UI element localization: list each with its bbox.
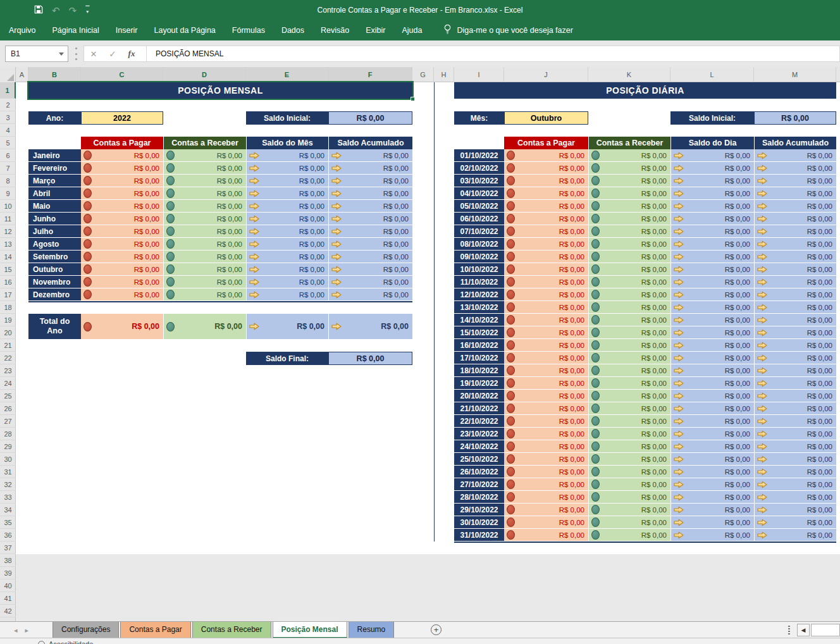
cell[interactable]: R$ 0,00 [504, 251, 588, 263]
cell[interactable]: R$ 0,00 [504, 440, 588, 453]
cell[interactable]: R$ 0,00 [670, 428, 754, 440]
cell[interactable]: R$ 0,00 [163, 213, 246, 225]
cell[interactable]: R$ 0,00 [328, 238, 412, 251]
cell[interactable]: R$ 0,00 [504, 453, 588, 466]
tab-scroll-splitter[interactable] [788, 626, 791, 635]
year-label-cell[interactable]: Ano: [28, 111, 81, 125]
cell[interactable]: R$ 0,00 [588, 364, 670, 377]
row-header-21[interactable]: 21 [0, 339, 16, 352]
cell[interactable]: R$ 0,00 [588, 238, 670, 251]
sheet-nav-left-icon[interactable]: ◂ [14, 626, 18, 635]
cell[interactable]: R$ 0,00 [163, 149, 246, 162]
cell[interactable]: R$ 0,00 [670, 453, 754, 466]
table-column-header[interactable]: Saldo Acumulado [754, 137, 836, 150]
ribbon-tab-arquivo[interactable]: Arquivo [9, 26, 35, 35]
cell[interactable]: R$ 0,00 [670, 466, 754, 478]
cell[interactable]: R$ 0,00 [81, 149, 163, 162]
row-header-13[interactable]: 13 [0, 238, 16, 251]
cell[interactable]: R$ 0,00 [588, 162, 670, 175]
row-label-cell[interactable]: Janeiro [28, 149, 81, 162]
row-header-37[interactable]: 37 [0, 542, 16, 554]
row-label-cell[interactable]: 14/10/2022 [454, 314, 504, 326]
row-header-19[interactable]: 19 [0, 314, 16, 326]
saldo-inicial-label-cell[interactable]: Saldo Inicial: [246, 111, 328, 125]
cell[interactable]: R$ 0,00 [588, 466, 670, 478]
cell[interactable]: R$ 0,00 [246, 200, 328, 213]
sheet-tab-resumo[interactable]: Resumo [349, 622, 395, 638]
sheet-tab-contas-a-receber[interactable]: Contas a Receber [192, 622, 271, 638]
row-label-cell[interactable]: 21/10/2022 [454, 402, 504, 415]
sheet-area[interactable]: POSIÇÃO MENSAL Ano: 2022 Saldo Inicial: … [16, 82, 840, 621]
cell[interactable]: R$ 0,00 [588, 175, 670, 187]
cell[interactable]: R$ 0,00 [588, 402, 670, 415]
row-label-cell[interactable]: 01/10/2022 [454, 149, 504, 162]
cell[interactable]: R$ 0,00 [163, 288, 246, 301]
cell[interactable]: R$ 0,00 [754, 187, 836, 200]
row-label-cell[interactable]: Abril [28, 187, 81, 200]
cell[interactable]: R$ 0,00 [588, 263, 670, 276]
cell[interactable]: R$ 0,00 [588, 415, 670, 428]
cell[interactable]: R$ 0,00 [163, 263, 246, 276]
cell[interactable]: R$ 0,00 [504, 225, 588, 238]
cell[interactable]: R$ 0,00 [754, 213, 836, 225]
row-header-1[interactable]: 1 [0, 82, 16, 99]
row-label-cell[interactable]: 27/10/2022 [454, 478, 504, 491]
table-column-header[interactable]: Contas a Receber [588, 137, 670, 150]
cell[interactable]: R$ 0,00 [588, 213, 670, 225]
row-label-cell[interactable]: 06/10/2022 [454, 213, 504, 225]
cell[interactable]: R$ 0,00 [754, 364, 836, 377]
cell[interactable]: R$ 0,00 [246, 288, 328, 301]
cell[interactable]: R$ 0,00 [504, 402, 588, 415]
cell[interactable]: R$ 0,00 [163, 225, 246, 238]
cell[interactable]: R$ 0,00 [670, 440, 754, 453]
cell[interactable]: R$ 0,00 [754, 200, 836, 213]
tell-me[interactable]: Diga-me o que você deseja fazer [443, 24, 572, 37]
row-label-cell[interactable]: 22/10/2022 [454, 415, 504, 428]
table-column-header[interactable]: Saldo do Dia [670, 137, 754, 150]
cell[interactable]: R$ 0,00 [754, 377, 836, 390]
cell[interactable]: R$ 0,00 [81, 200, 163, 213]
row-label-cell[interactable]: 19/10/2022 [454, 377, 504, 390]
row-header-22[interactable]: 22 [0, 352, 16, 364]
row-header-29[interactable]: 29 [0, 440, 16, 453]
row-header-17[interactable]: 17 [0, 288, 16, 301]
cell[interactable]: R$ 0,00 [588, 314, 670, 326]
cell[interactable]: R$ 0,00 [754, 453, 836, 466]
row-label-cell[interactable]: Outubro [28, 263, 81, 276]
saldo-inicial-value-cell[interactable]: R$ 0,00 [328, 111, 412, 125]
row-label-cell[interactable]: 20/10/2022 [454, 390, 504, 402]
cell[interactable]: R$ 0,00 [81, 225, 163, 238]
row-header-20[interactable]: 20 [0, 326, 16, 339]
saldo-final-label-cell[interactable]: Saldo Final: [246, 352, 328, 365]
cell[interactable]: R$ 0,00 [504, 149, 588, 162]
cell[interactable]: R$ 0,00 [81, 187, 163, 200]
row-header-32[interactable]: 32 [0, 478, 16, 491]
cell[interactable]: R$ 0,00 [588, 301, 670, 314]
cell[interactable]: R$ 0,00 [81, 263, 163, 276]
row-label-cell[interactable]: 02/10/2022 [454, 162, 504, 175]
cell[interactable]: R$ 0,00 [754, 415, 836, 428]
cell[interactable]: R$ 0,00 [81, 288, 163, 301]
cell[interactable]: R$ 0,00 [504, 364, 588, 377]
row-header-26[interactable]: 26 [0, 402, 16, 415]
cell[interactable]: R$ 0,00 [754, 402, 836, 415]
cell[interactable]: R$ 0,00 [754, 529, 836, 542]
cell[interactable]: R$ 0,00 [588, 478, 670, 491]
row-header-7[interactable]: 7 [0, 162, 16, 175]
cell[interactable]: R$ 0,00 [328, 225, 412, 238]
cell[interactable]: R$ 0,00 [588, 225, 670, 238]
cell[interactable]: R$ 0,00 [670, 415, 754, 428]
row-label-cell[interactable]: 04/10/2022 [454, 187, 504, 200]
cell[interactable]: R$ 0,00 [163, 162, 246, 175]
cell[interactable]: R$ 0,00 [670, 491, 754, 504]
row-header-10[interactable]: 10 [0, 200, 16, 213]
cell[interactable]: R$ 0,00 [81, 314, 163, 339]
cell[interactable]: R$ 0,00 [504, 288, 588, 301]
cell[interactable]: R$ 0,00 [163, 187, 246, 200]
cell[interactable]: R$ 0,00 [163, 175, 246, 187]
cell[interactable]: R$ 0,00 [754, 314, 836, 326]
column-header-M[interactable]: M [754, 67, 836, 82]
name-box-dropdown-icon[interactable] [59, 53, 64, 56]
cell[interactable]: R$ 0,00 [588, 390, 670, 402]
row-label-cell[interactable]: Dezembro [28, 288, 81, 301]
